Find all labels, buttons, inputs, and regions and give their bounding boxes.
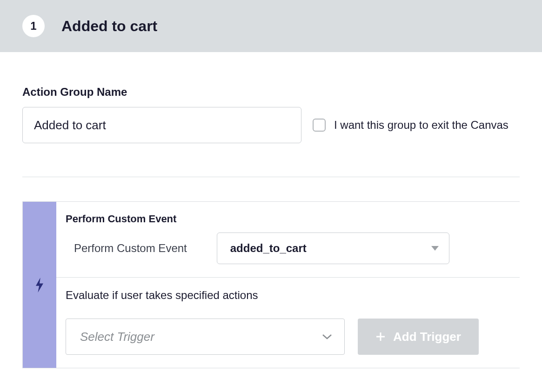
action-group-name-row: I want this group to exit the Canvas <box>22 107 520 143</box>
custom-event-section: Perform Custom Event Perform Custom Even… <box>56 202 520 277</box>
evaluate-section: Evaluate if user takes specified actions… <box>56 277 520 368</box>
custom-event-sublabel: Perform Custom Event <box>74 242 187 255</box>
step-number-badge: 1 <box>22 15 45 37</box>
custom-event-value: added_to_cart <box>230 242 307 255</box>
chevron-down-icon <box>322 333 332 340</box>
section-divider <box>22 177 520 177</box>
exit-canvas-option: I want this group to exit the Canvas <box>313 119 509 132</box>
trigger-row: Select Trigger Add Trigger <box>66 319 510 355</box>
custom-event-block: Perform Custom Event Perform Custom Even… <box>22 201 520 368</box>
bolt-icon <box>34 278 45 292</box>
action-group-name-label: Action Group Name <box>22 86 520 99</box>
event-content: Perform Custom Event Perform Custom Even… <box>56 202 520 368</box>
form-content: Action Group Name I want this group to e… <box>0 52 542 387</box>
trigger-placeholder: Select Trigger <box>80 330 154 344</box>
action-group-name-field: Action Group Name I want this group to e… <box>22 86 520 143</box>
step-title: Added to cart <box>61 18 157 35</box>
plus-icon <box>375 332 386 342</box>
add-trigger-label: Add Trigger <box>393 330 461 344</box>
step-header: 1 Added to cart <box>0 0 542 52</box>
exit-canvas-label: I want this group to exit the Canvas <box>334 119 509 132</box>
action-group-name-input[interactable] <box>22 107 301 143</box>
trigger-select[interactable]: Select Trigger <box>66 319 345 355</box>
add-trigger-button[interactable]: Add Trigger <box>358 319 479 355</box>
custom-event-select[interactable]: added_to_cart <box>217 233 449 264</box>
exit-canvas-checkbox[interactable] <box>313 119 326 132</box>
custom-event-row: Perform Custom Event added_to_cart <box>66 233 510 264</box>
caret-down-icon <box>431 246 439 251</box>
event-indicator-bar <box>23 202 56 368</box>
custom-event-heading: Perform Custom Event <box>66 213 510 225</box>
evaluate-heading: Evaluate if user takes specified actions <box>66 289 510 302</box>
step-number: 1 <box>30 20 36 33</box>
